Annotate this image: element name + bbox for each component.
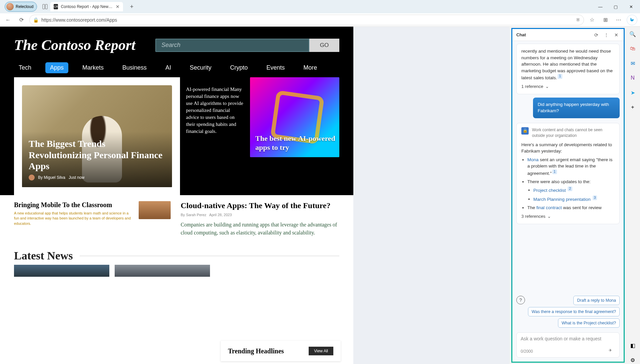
- classroom-title[interactable]: Bringing Mobile To the Classroom: [14, 201, 132, 209]
- chevron-down-icon: ⌄: [545, 84, 549, 90]
- featured-byline: By Miguel Silva: [38, 175, 65, 180]
- copilot-sidebar: Chat ⟳ ⋮ ✕ recently and mentioned he wou…: [511, 28, 625, 363]
- cloud-byline: By Sarah Perez: [181, 213, 206, 217]
- suggestion-chip[interactable]: What is the Project checklist?: [558, 318, 620, 328]
- references-toggle[interactable]: 3 references ⌄: [521, 213, 615, 220]
- ai-text: recently and mentioned he would need tho…: [521, 49, 613, 80]
- list-item: Project checklist 2: [533, 186, 615, 193]
- tracking-shield-icon[interactable]: ⛨: [576, 17, 580, 22]
- compose-input[interactable]: [521, 336, 615, 345]
- citation-badge[interactable]: 1: [552, 170, 557, 175]
- mona-link[interactable]: Mona: [527, 157, 539, 162]
- content-area: The Contoso Report GO TechAppsMarketsBus…: [0, 27, 640, 364]
- lock-icon: 🔒: [33, 17, 39, 23]
- list-item: The final contract was sent for review: [527, 204, 615, 211]
- minimize-button[interactable]: —: [593, 0, 608, 13]
- march-planning-link[interactable]: March Planning presentation: [533, 196, 591, 201]
- suggestion-chip[interactable]: Was there a response to the final agreem…: [528, 307, 620, 316]
- news-thumb[interactable]: [14, 265, 109, 277]
- search-go-button[interactable]: GO: [309, 39, 339, 52]
- help-icon[interactable]: ?: [516, 296, 525, 304]
- profile-avatar: [6, 3, 14, 10]
- featured-blurb: AI-powered financial Many personal finan…: [180, 77, 250, 195]
- refresh-button[interactable]: ⟳: [16, 15, 27, 25]
- shield-lock-icon: 🔒: [521, 127, 529, 135]
- author-avatar: [29, 175, 35, 181]
- collections-button[interactable]: ⊞: [600, 15, 611, 25]
- cloud-title[interactable]: Cloud-native Apps: The Way of the Future…: [181, 201, 339, 210]
- nav-item-tech[interactable]: Tech: [14, 62, 36, 73]
- list-item: Mona sent an urgent email saying "there …: [527, 157, 615, 177]
- nav-item-more[interactable]: More: [299, 62, 322, 73]
- close-window-button[interactable]: ✕: [623, 0, 639, 13]
- nav-item-business[interactable]: Business: [118, 62, 151, 73]
- citation-badge[interactable]: 1: [558, 74, 562, 79]
- outlook-rail-icon[interactable]: ✉: [629, 59, 637, 67]
- trending-card: Trending Headlines View All: [221, 341, 341, 361]
- copilot-close-icon[interactable]: ✕: [613, 32, 620, 38]
- project-checklist-link[interactable]: Project checklist: [533, 187, 566, 192]
- trending-title: Trending Headlines: [228, 347, 284, 355]
- classroom-thumb: [139, 201, 171, 219]
- char-counter: 0/2000: [521, 349, 533, 354]
- more-button[interactable]: ⋯: [613, 15, 624, 25]
- tab-favicon: CR: [54, 4, 58, 9]
- nav-item-markets[interactable]: Markets: [78, 62, 108, 73]
- tab-title: Contoso Report - App News and Upc: [61, 4, 113, 9]
- browser-tab[interactable]: CR Contoso Report - App News and Upc ✕: [50, 2, 123, 11]
- chevron-down-icon: ⌄: [547, 213, 551, 220]
- citation-badge[interactable]: 3: [593, 195, 597, 200]
- send-icon[interactable]: ✈: [609, 348, 615, 355]
- suggestion-chip[interactable]: Draft a reply to Mona: [573, 296, 620, 305]
- view-all-button[interactable]: View All: [309, 347, 333, 355]
- svg-rect-1: [45, 4, 47, 9]
- shopping-rail-icon[interactable]: 🛍: [629, 45, 637, 53]
- classroom-blurb: A new educational app that helps student…: [14, 211, 132, 226]
- url-text: https://www.contosoreport.com/Apps: [41, 17, 117, 23]
- send-rail-icon[interactable]: ➤: [629, 89, 637, 97]
- tab-strip: CR Contoso Report - App News and Upc ✕ +: [42, 2, 136, 11]
- search-rail-icon[interactable]: 🔍: [629, 30, 637, 38]
- profile-name: Relecloud: [16, 4, 33, 9]
- profile-chip[interactable]: Relecloud: [5, 2, 37, 12]
- citation-badge[interactable]: 2: [568, 186, 572, 191]
- secondary-article-card[interactable]: The best new AI-powered apps to try: [250, 77, 339, 157]
- news-thumb[interactable]: [115, 265, 210, 277]
- user-message-bubble: Did anything happen yesterday with Fabri…: [533, 98, 620, 118]
- copilot-button[interactable]: [627, 15, 637, 25]
- nav-item-events[interactable]: Events: [262, 62, 289, 73]
- favorites-button[interactable]: ☆: [587, 15, 597, 25]
- list-item: March Planning presentation 3: [533, 195, 615, 202]
- add-rail-icon[interactable]: +: [629, 103, 637, 111]
- close-tab-icon[interactable]: ✕: [116, 4, 120, 9]
- back-button[interactable]: ←: [3, 15, 13, 25]
- window-titlebar: Relecloud CR Contoso Report - App News a…: [0, 0, 640, 13]
- site-title: The Contoso Report: [14, 37, 135, 54]
- window-controls: — ▢ ✕: [593, 0, 639, 13]
- nav-item-security[interactable]: Security: [185, 62, 216, 73]
- nav-item-crypto[interactable]: Crypto: [225, 62, 252, 73]
- new-tab-button[interactable]: +: [127, 2, 136, 11]
- copilot-title: Chat: [516, 32, 526, 37]
- onenote-rail-icon[interactable]: N: [629, 74, 637, 82]
- featured-timestamp: Just now: [69, 175, 84, 180]
- featured-article-card[interactable]: The Biggest Trends Revolutionizing Perso…: [14, 77, 180, 195]
- site-nav: TechAppsMarketsBusinessAISecurityCryptoE…: [0, 57, 353, 77]
- nav-item-apps[interactable]: Apps: [45, 62, 68, 73]
- hide-sidebar-icon[interactable]: ◧: [629, 341, 637, 349]
- maximize-button[interactable]: ▢: [608, 0, 623, 13]
- compose-box: 0/2000 ✈: [516, 332, 620, 358]
- svg-rect-0: [43, 4, 45, 9]
- copilot-refresh-icon[interactable]: ⟳: [593, 32, 600, 38]
- workspaces-icon[interactable]: [42, 3, 48, 10]
- nav-item-ai[interactable]: AI: [161, 62, 176, 73]
- references-toggle[interactable]: 1 reference ⌄: [521, 84, 615, 90]
- settings-rail-icon[interactable]: ⚙: [629, 356, 637, 364]
- list-item: There were also updates to the: Project …: [527, 179, 615, 202]
- address-bar[interactable]: 🔒 https://www.contosoreport.com/Apps ⛨: [29, 15, 584, 25]
- final-contract-link[interactable]: final contract: [536, 205, 562, 210]
- edge-sidebar-rail: 🔍 🛍 ✉ N ➤ + ◧ ⚙: [625, 27, 640, 364]
- site-search-input[interactable]: [155, 39, 309, 52]
- webpage: The Contoso Report GO TechAppsMarketsBus…: [0, 27, 353, 364]
- copilot-more-icon[interactable]: ⋮: [603, 32, 610, 38]
